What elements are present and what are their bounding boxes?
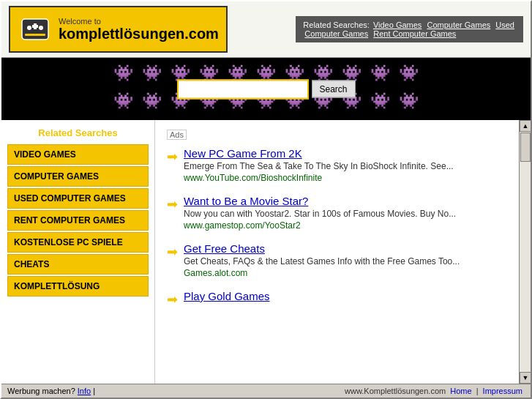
invader-icon: 👾 [142, 92, 162, 111]
sidebar: Related Searches VIDEO GAMES COMPUTER GA… [1, 120, 155, 384]
logo-icon [18, 12, 53, 47]
sidebar-item-computer-games[interactable]: COMPUTER GAMES [7, 166, 149, 187]
ad-url-2[interactable]: Games.alot.com [184, 268, 460, 278]
scroll-track [520, 132, 531, 372]
search-input[interactable] [176, 79, 308, 99]
scroll-thumb[interactable] [520, 133, 531, 162]
footer-separator: | [93, 387, 95, 395]
svg-point-3 [39, 26, 43, 30]
footer-domain: www.Komplettlösungen.com [345, 387, 446, 395]
related-link-video-games[interactable]: Video Games [373, 20, 422, 29]
welcome-label: Welcome to [59, 17, 219, 26]
ad-content: Ads ➡ New PC Game From 2K Emerge From Th… [155, 120, 519, 384]
sidebar-item-video-games[interactable]: VIDEO GAMES [7, 144, 149, 165]
scrollbar: ▲ ▼ [519, 120, 531, 384]
invader-icon: 👾 [113, 64, 133, 83]
invader-icon: 👾 [142, 64, 162, 83]
ad-desc-0: Emerge From The Sea & Take To The Sky In… [184, 161, 454, 171]
footer-home-link[interactable]: Home [450, 387, 471, 395]
ad-body-0: New PC Game From 2K Emerge From The Sea … [184, 147, 454, 183]
related-link-computer-games[interactable]: Computer Games [427, 20, 490, 29]
related-link-computer-games-2[interactable]: Computer Games [304, 29, 368, 38]
werbung-text: Werbung machen? [7, 387, 75, 395]
ad-desc-2: Get Cheats, FAQs & the Latest Games Info… [184, 256, 460, 266]
ad-url-0[interactable]: www.YouTube.com/BioshockInfinite [184, 173, 454, 183]
info-link[interactable]: Info [78, 387, 91, 395]
search-overlay: Search [176, 79, 355, 99]
logo-box: Welcome to komplettlösungen.com [9, 6, 228, 53]
ad-arrow-icon-2: ➡ [167, 244, 178, 260]
sidebar-item-komplettloesung[interactable]: KOMPLETTLÖSUNG [7, 276, 149, 297]
ad-item-2: ➡ Get Free Cheats Get Cheats, FAQs & the… [167, 242, 507, 278]
related-searches-top: Related Searches: Video Games Computer G… [296, 16, 523, 42]
invader-icon: 👾 [370, 64, 390, 83]
main-content: Related Searches VIDEO GAMES COMPUTER GA… [1, 120, 531, 384]
related-link-rent[interactable]: Rent Computer Games [373, 29, 456, 38]
invader-icon: 👾 [113, 92, 133, 111]
banner: 👾 👾 👾 👾 👾 👾 👾 👾 👾 👾 👾 👾 👾 👾 👾 👾 👾 👾 👾 👾 … [1, 58, 531, 120]
related-label: Related Searches: [303, 20, 370, 29]
footer-impressum-link[interactable]: Impressum [483, 387, 522, 395]
ad-arrow-icon-3: ➡ [167, 291, 178, 307]
sidebar-item-rent-computer-games[interactable]: RENT COMPUTER GAMES [7, 210, 149, 231]
ad-body-3: Play Gold Games [184, 290, 270, 304]
ad-title-1[interactable]: Want to Be a Movie Star? [184, 195, 456, 207]
ad-arrow-icon-0: ➡ [167, 149, 178, 165]
domain-label: komplettlösungen.com [59, 26, 219, 42]
sidebar-item-cheats[interactable]: CHEATS [7, 254, 149, 275]
sidebar-item-kostenlose[interactable]: KOSTENLOSE PC SPIELE [7, 232, 149, 253]
ads-label: Ads [167, 130, 187, 140]
ad-title-3[interactable]: Play Gold Games [184, 290, 270, 302]
bottom-bar: Werbung machen? Info | www.Komplettlösun… [1, 384, 531, 398]
ad-arrow-icon-1: ➡ [167, 196, 178, 212]
scroll-down-button[interactable]: ▼ [520, 372, 531, 384]
ad-body-1: Want to Be a Movie Star? Now you can wit… [184, 195, 456, 231]
sidebar-item-used-computer-games[interactable]: USED COMPUTER GAMES [7, 188, 149, 209]
ad-body-2: Get Free Cheats Get Cheats, FAQs & the L… [184, 242, 460, 278]
related-link-used[interactable]: Used [495, 20, 514, 29]
scroll-up-button[interactable]: ▲ [520, 120, 531, 132]
invader-icon: 👾 [370, 92, 390, 111]
footer-left: Werbung machen? Info | [7, 387, 95, 395]
footer-right: www.Komplettlösungen.com Home | Impressu… [345, 387, 525, 395]
invader-icon: 👾 [399, 92, 419, 111]
ad-item-0: ➡ New PC Game From 2K Emerge From The Se… [167, 147, 507, 183]
ad-title-2[interactable]: Get Free Cheats [184, 242, 460, 255]
ad-desc-1: Now you can with Yoostar2. Star in 100s … [184, 209, 456, 219]
svg-rect-6 [25, 34, 45, 36]
invader-icon: 👾 [399, 64, 419, 83]
ad-url-1[interactable]: www.gamestop.com/YooStar2 [184, 220, 456, 231]
logo-text: Welcome to komplettlösungen.com [59, 17, 219, 42]
sidebar-title: Related Searches [1, 127, 154, 138]
ad-item-1: ➡ Want to Be a Movie Star? Now you can w… [167, 195, 507, 231]
ad-title-0[interactable]: New PC Game From 2K [184, 147, 454, 160]
svg-point-2 [27, 26, 31, 30]
ad-item-3: ➡ Play Gold Games [167, 290, 507, 307]
search-button[interactable]: Search [311, 81, 355, 98]
svg-rect-5 [32, 25, 38, 28]
